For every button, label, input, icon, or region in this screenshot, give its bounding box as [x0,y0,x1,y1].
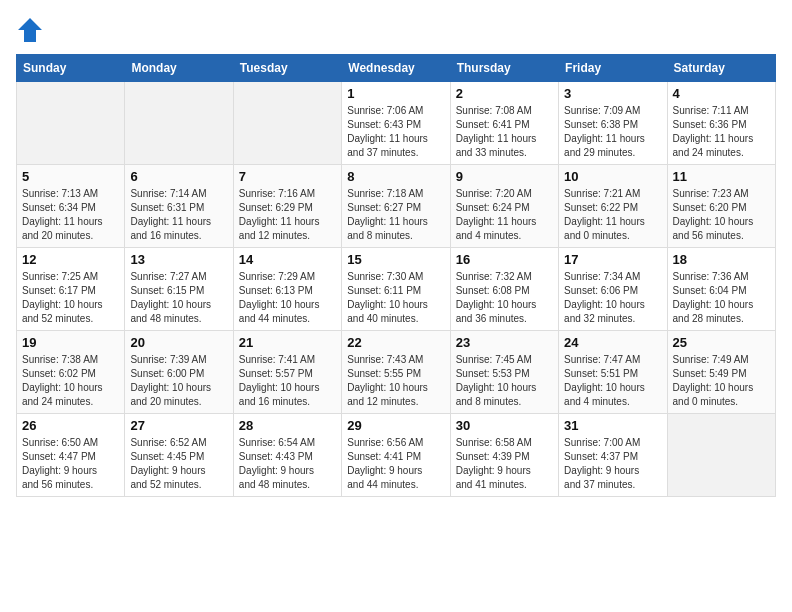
calendar-cell: 8Sunrise: 7:18 AM Sunset: 6:27 PM Daylig… [342,165,450,248]
cell-info: Sunrise: 7:49 AM Sunset: 5:49 PM Dayligh… [673,353,770,409]
calendar-cell: 7Sunrise: 7:16 AM Sunset: 6:29 PM Daylig… [233,165,341,248]
calendar-cell: 28Sunrise: 6:54 AM Sunset: 4:43 PM Dayli… [233,414,341,497]
day-number: 14 [239,252,336,267]
calendar-cell: 1Sunrise: 7:06 AM Sunset: 6:43 PM Daylig… [342,82,450,165]
cell-info: Sunrise: 7:13 AM Sunset: 6:34 PM Dayligh… [22,187,119,243]
calendar-cell: 3Sunrise: 7:09 AM Sunset: 6:38 PM Daylig… [559,82,667,165]
day-number: 4 [673,86,770,101]
day-number: 22 [347,335,444,350]
calendar-cell: 15Sunrise: 7:30 AM Sunset: 6:11 PM Dayli… [342,248,450,331]
weekday-header-sunday: Sunday [17,55,125,82]
weekday-row: SundayMondayTuesdayWednesdayThursdayFrid… [17,55,776,82]
logo [16,16,48,44]
cell-info: Sunrise: 7:32 AM Sunset: 6:08 PM Dayligh… [456,270,553,326]
logo-icon [16,16,44,44]
day-number: 16 [456,252,553,267]
cell-info: Sunrise: 6:50 AM Sunset: 4:47 PM Dayligh… [22,436,119,492]
cell-info: Sunrise: 7:36 AM Sunset: 6:04 PM Dayligh… [673,270,770,326]
calendar-cell: 17Sunrise: 7:34 AM Sunset: 6:06 PM Dayli… [559,248,667,331]
calendar-cell: 14Sunrise: 7:29 AM Sunset: 6:13 PM Dayli… [233,248,341,331]
cell-info: Sunrise: 7:25 AM Sunset: 6:17 PM Dayligh… [22,270,119,326]
week-row-4: 26Sunrise: 6:50 AM Sunset: 4:47 PM Dayli… [17,414,776,497]
day-number: 1 [347,86,444,101]
calendar-cell [17,82,125,165]
cell-info: Sunrise: 7:30 AM Sunset: 6:11 PM Dayligh… [347,270,444,326]
calendar-cell: 21Sunrise: 7:41 AM Sunset: 5:57 PM Dayli… [233,331,341,414]
calendar-cell: 4Sunrise: 7:11 AM Sunset: 6:36 PM Daylig… [667,82,775,165]
calendar-cell: 31Sunrise: 7:00 AM Sunset: 4:37 PM Dayli… [559,414,667,497]
weekday-header-friday: Friday [559,55,667,82]
day-number: 10 [564,169,661,184]
calendar-cell: 12Sunrise: 7:25 AM Sunset: 6:17 PM Dayli… [17,248,125,331]
calendar-body: 1Sunrise: 7:06 AM Sunset: 6:43 PM Daylig… [17,82,776,497]
day-number: 31 [564,418,661,433]
day-number: 25 [673,335,770,350]
cell-info: Sunrise: 7:16 AM Sunset: 6:29 PM Dayligh… [239,187,336,243]
cell-info: Sunrise: 7:09 AM Sunset: 6:38 PM Dayligh… [564,104,661,160]
calendar-header: SundayMondayTuesdayWednesdayThursdayFrid… [17,55,776,82]
calendar-cell: 5Sunrise: 7:13 AM Sunset: 6:34 PM Daylig… [17,165,125,248]
cell-info: Sunrise: 7:29 AM Sunset: 6:13 PM Dayligh… [239,270,336,326]
day-number: 27 [130,418,227,433]
day-number: 21 [239,335,336,350]
cell-info: Sunrise: 7:20 AM Sunset: 6:24 PM Dayligh… [456,187,553,243]
calendar-cell: 11Sunrise: 7:23 AM Sunset: 6:20 PM Dayli… [667,165,775,248]
calendar-cell: 22Sunrise: 7:43 AM Sunset: 5:55 PM Dayli… [342,331,450,414]
cell-info: Sunrise: 7:23 AM Sunset: 6:20 PM Dayligh… [673,187,770,243]
cell-info: Sunrise: 7:47 AM Sunset: 5:51 PM Dayligh… [564,353,661,409]
calendar-cell [667,414,775,497]
cell-info: Sunrise: 7:11 AM Sunset: 6:36 PM Dayligh… [673,104,770,160]
day-number: 28 [239,418,336,433]
calendar-cell: 30Sunrise: 6:58 AM Sunset: 4:39 PM Dayli… [450,414,558,497]
cell-info: Sunrise: 7:06 AM Sunset: 6:43 PM Dayligh… [347,104,444,160]
cell-info: Sunrise: 7:18 AM Sunset: 6:27 PM Dayligh… [347,187,444,243]
calendar-cell: 13Sunrise: 7:27 AM Sunset: 6:15 PM Dayli… [125,248,233,331]
week-row-2: 12Sunrise: 7:25 AM Sunset: 6:17 PM Dayli… [17,248,776,331]
calendar-cell: 9Sunrise: 7:20 AM Sunset: 6:24 PM Daylig… [450,165,558,248]
calendar-cell: 19Sunrise: 7:38 AM Sunset: 6:02 PM Dayli… [17,331,125,414]
weekday-header-wednesday: Wednesday [342,55,450,82]
day-number: 5 [22,169,119,184]
day-number: 23 [456,335,553,350]
cell-info: Sunrise: 7:43 AM Sunset: 5:55 PM Dayligh… [347,353,444,409]
calendar-cell: 23Sunrise: 7:45 AM Sunset: 5:53 PM Dayli… [450,331,558,414]
day-number: 12 [22,252,119,267]
day-number: 7 [239,169,336,184]
calendar-table: SundayMondayTuesdayWednesdayThursdayFrid… [16,54,776,497]
cell-info: Sunrise: 7:39 AM Sunset: 6:00 PM Dayligh… [130,353,227,409]
weekday-header-monday: Monday [125,55,233,82]
cell-info: Sunrise: 7:27 AM Sunset: 6:15 PM Dayligh… [130,270,227,326]
cell-info: Sunrise: 6:52 AM Sunset: 4:45 PM Dayligh… [130,436,227,492]
calendar-cell: 10Sunrise: 7:21 AM Sunset: 6:22 PM Dayli… [559,165,667,248]
calendar-cell: 25Sunrise: 7:49 AM Sunset: 5:49 PM Dayli… [667,331,775,414]
cell-info: Sunrise: 6:56 AM Sunset: 4:41 PM Dayligh… [347,436,444,492]
day-number: 11 [673,169,770,184]
cell-info: Sunrise: 7:45 AM Sunset: 5:53 PM Dayligh… [456,353,553,409]
cell-info: Sunrise: 6:58 AM Sunset: 4:39 PM Dayligh… [456,436,553,492]
day-number: 2 [456,86,553,101]
calendar-cell: 16Sunrise: 7:32 AM Sunset: 6:08 PM Dayli… [450,248,558,331]
cell-info: Sunrise: 6:54 AM Sunset: 4:43 PM Dayligh… [239,436,336,492]
weekday-header-thursday: Thursday [450,55,558,82]
day-number: 9 [456,169,553,184]
cell-info: Sunrise: 7:21 AM Sunset: 6:22 PM Dayligh… [564,187,661,243]
cell-info: Sunrise: 7:34 AM Sunset: 6:06 PM Dayligh… [564,270,661,326]
weekday-header-saturday: Saturday [667,55,775,82]
calendar-cell: 6Sunrise: 7:14 AM Sunset: 6:31 PM Daylig… [125,165,233,248]
day-number: 19 [22,335,119,350]
day-number: 29 [347,418,444,433]
calendar-cell: 24Sunrise: 7:47 AM Sunset: 5:51 PM Dayli… [559,331,667,414]
day-number: 30 [456,418,553,433]
cell-info: Sunrise: 7:00 AM Sunset: 4:37 PM Dayligh… [564,436,661,492]
cell-info: Sunrise: 7:41 AM Sunset: 5:57 PM Dayligh… [239,353,336,409]
calendar-cell: 29Sunrise: 6:56 AM Sunset: 4:41 PM Dayli… [342,414,450,497]
calendar-cell [233,82,341,165]
calendar-cell: 26Sunrise: 6:50 AM Sunset: 4:47 PM Dayli… [17,414,125,497]
calendar-cell [125,82,233,165]
day-number: 6 [130,169,227,184]
day-number: 26 [22,418,119,433]
calendar-cell: 18Sunrise: 7:36 AM Sunset: 6:04 PM Dayli… [667,248,775,331]
day-number: 13 [130,252,227,267]
page-header [16,16,776,44]
day-number: 8 [347,169,444,184]
